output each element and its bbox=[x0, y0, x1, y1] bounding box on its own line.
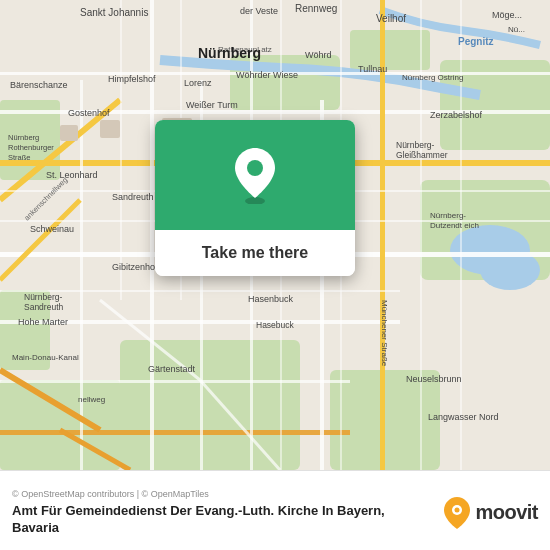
svg-text:St. Leonhard: St. Leonhard bbox=[46, 170, 98, 180]
svg-text:Nürnberg-: Nürnberg- bbox=[24, 292, 62, 302]
svg-text:Main-Donau-Kanal: Main-Donau-Kanal bbox=[12, 353, 79, 362]
moovit-brand-text: moovit bbox=[475, 501, 538, 524]
svg-text:Langwasser Nord: Langwasser Nord bbox=[428, 412, 499, 422]
svg-text:Nü...: Nü... bbox=[508, 25, 525, 34]
svg-text:Dutzendt eich: Dutzendt eich bbox=[430, 221, 479, 230]
popup-green-header bbox=[155, 120, 355, 230]
svg-text:Zerzabelshof: Zerzabelshof bbox=[430, 110, 483, 120]
svg-rect-19 bbox=[150, 0, 154, 470]
svg-text:Münchener Straße: Münchener Straße bbox=[380, 300, 389, 367]
svg-text:Sandreuth: Sandreuth bbox=[112, 192, 154, 202]
svg-text:Sandreuth: Sandreuth bbox=[24, 302, 63, 312]
svg-rect-34 bbox=[120, 0, 122, 300]
place-name-text: Amt Für Gemeindedienst Der Evang.-Luth. … bbox=[12, 503, 431, 537]
svg-text:Nürnberg Ostring: Nürnberg Ostring bbox=[402, 73, 463, 82]
svg-text:Gibitzenhof: Gibitzenhof bbox=[112, 262, 158, 272]
svg-text:Sankt Johannis: Sankt Johannis bbox=[80, 7, 148, 18]
map-container: Sankt Johannis der Veste Rennweg Veilhof… bbox=[0, 0, 550, 470]
svg-rect-23 bbox=[80, 80, 83, 470]
bottom-left-content: © OpenStreetMap contributors | © OpenMap… bbox=[12, 489, 431, 537]
svg-text:Gärtenstadt: Gärtenstadt bbox=[148, 364, 196, 374]
svg-text:Möge...: Möge... bbox=[492, 10, 522, 20]
svg-text:nellweg: nellweg bbox=[78, 395, 105, 404]
svg-text:Gleißhammer: Gleißhammer bbox=[396, 150, 448, 160]
svg-text:Rothenburger: Rothenburger bbox=[8, 143, 54, 152]
svg-point-94 bbox=[455, 507, 460, 512]
svg-text:Nürnberg: Nürnberg bbox=[8, 133, 39, 142]
svg-point-92 bbox=[247, 160, 263, 176]
svg-text:Hohe Marter: Hohe Marter bbox=[18, 317, 68, 327]
svg-text:Neuselsbrunn: Neuselsbrunn bbox=[406, 374, 462, 384]
svg-text:Hasenbuck: Hasenbuck bbox=[248, 294, 294, 304]
svg-text:Tullnau: Tullnau bbox=[358, 64, 387, 74]
svg-text:Nürnberg-: Nürnberg- bbox=[396, 140, 434, 150]
popup-card: Take me there bbox=[155, 120, 355, 276]
svg-text:Wöhrd: Wöhrd bbox=[305, 50, 332, 60]
moovit-pin-icon bbox=[443, 496, 471, 530]
svg-text:Straße: Straße bbox=[8, 153, 31, 162]
svg-text:Schweinau: Schweinau bbox=[30, 224, 74, 234]
svg-point-91 bbox=[245, 197, 265, 204]
bottom-bar: © OpenStreetMap contributors | © OpenMap… bbox=[0, 470, 550, 550]
svg-rect-6 bbox=[120, 340, 300, 470]
svg-rect-17 bbox=[0, 380, 350, 383]
svg-rect-38 bbox=[420, 0, 422, 470]
svg-text:Pegnitz: Pegnitz bbox=[458, 36, 494, 47]
svg-text:Bärenschanze: Bärenschanze bbox=[10, 80, 68, 90]
moovit-logo: moovit bbox=[443, 496, 538, 530]
attribution-text: © OpenStreetMap contributors | © OpenMap… bbox=[12, 489, 431, 499]
svg-text:Nürnberg-: Nürnberg- bbox=[430, 211, 466, 220]
svg-text:Nürnberg: Nürnberg bbox=[198, 45, 261, 61]
svg-text:Wöhrder Wiese: Wöhrder Wiese bbox=[236, 70, 298, 80]
svg-text:Weißer Turm: Weißer Turm bbox=[186, 100, 238, 110]
svg-text:der Veste: der Veste bbox=[240, 6, 278, 16]
svg-rect-43 bbox=[60, 125, 78, 141]
svg-text:Himpfelshof: Himpfelshof bbox=[108, 74, 156, 84]
svg-text:Veilhof: Veilhof bbox=[376, 13, 406, 24]
svg-rect-39 bbox=[460, 0, 462, 470]
location-pin-icon bbox=[230, 146, 280, 204]
svg-text:Hasebuck: Hasebuck bbox=[256, 320, 295, 330]
svg-text:Gostenhof: Gostenhof bbox=[68, 108, 110, 118]
svg-text:Rennweg: Rennweg bbox=[295, 3, 337, 14]
svg-rect-42 bbox=[100, 120, 120, 138]
take-me-there-button[interactable]: Take me there bbox=[155, 230, 355, 276]
svg-rect-18 bbox=[0, 430, 350, 435]
svg-text:Lorenz: Lorenz bbox=[184, 78, 212, 88]
